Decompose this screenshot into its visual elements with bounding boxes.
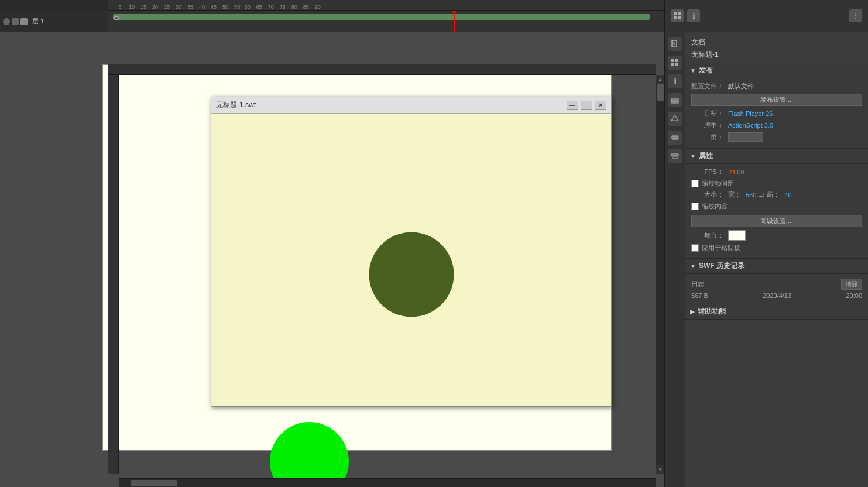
svg-rect-12 (671, 98, 678, 100)
size-swap-icon[interactable]: ⇄ (759, 191, 764, 199)
props-arrow: ▼ (690, 153, 696, 159)
svg-rect-14 (671, 102, 678, 103)
lock-icon[interactable] (3, 18, 10, 25)
swf-history-label: SWF 历史记录 (699, 261, 745, 271)
config-value: 默认文件 (728, 82, 754, 91)
bright-green-circle (270, 422, 349, 487)
advanced-settings-button[interactable]: 高级设置 ... (691, 215, 862, 227)
timeline-area: 5 10 15 20 25 30 35 40 45 50 55 60 65 70… (0, 0, 664, 32)
config-label: 配置文件： (691, 82, 723, 91)
publish-settings-button[interactable]: 发布设置 ... (691, 94, 862, 106)
track-label: 层 1 (0, 11, 108, 32)
scale-frames-checkbox[interactable] (691, 180, 699, 187)
horizontal-scroll-thumb[interactable] (131, 480, 177, 486)
target-row: 目标： Flash Player 26 (691, 109, 862, 118)
svg-rect-10 (671, 63, 674, 66)
horizontal-scrollbar[interactable] (119, 478, 656, 487)
apply-clipboard-checkbox[interactable] (691, 244, 699, 252)
info-circle-icon[interactable]: ℹ (668, 74, 682, 88)
svg-rect-20 (673, 157, 677, 159)
svg-rect-16 (671, 137, 678, 138)
swf-history-section-header[interactable]: ▼ SWF 历史记录 (685, 259, 868, 274)
svg-rect-11 (675, 63, 678, 66)
script-value: ActionScript 3.0 (728, 122, 773, 129)
props-label: 属性 (699, 151, 713, 161)
scale-content-checkbox[interactable] (691, 203, 699, 210)
layers-icon[interactable] (668, 93, 682, 107)
aux-arrow: ▶ (690, 308, 695, 315)
canvas-ruler-vertical (108, 75, 119, 474)
svg-rect-18 (673, 139, 677, 140)
svg-rect-1 (678, 12, 681, 15)
publish-section-header[interactable]: ▼ 发布 (685, 63, 868, 78)
playhead-head (451, 11, 457, 14)
timeline-ruler: 5 10 15 20 25 30 35 40 45 50 55 60 65 70… (108, 0, 664, 11)
svg-marker-15 (671, 115, 678, 121)
class-input[interactable] (728, 132, 763, 142)
props-section-header[interactable]: ▼ 属性 (685, 149, 868, 164)
doc-section-header: 文档 (685, 35, 868, 49)
publish-label: 发布 (699, 66, 713, 76)
scroll-up-button[interactable]: ▲ (656, 75, 664, 84)
outline-icon[interactable] (20, 18, 28, 25)
dots-icon[interactable]: ⋮ (849, 9, 862, 22)
canvas-area[interactable]: 无标题-1.swf — □ ✕ ▲ ▼ (0, 32, 664, 487)
svg-rect-13 (671, 100, 678, 101)
swf-close-button[interactable]: ✕ (595, 101, 606, 110)
swf-maximize-button[interactable]: □ (581, 101, 592, 110)
swf-minimize-button[interactable]: — (567, 101, 578, 110)
canvas-ruler-horizontal (108, 64, 656, 75)
doc-title-value: 无标题-1 (691, 50, 719, 59)
size-row: 大小： 宽： 550 ⇄ 高： 40 (691, 190, 862, 199)
properties-icon[interactable] (668, 131, 682, 145)
scroll-down-button[interactable]: ▼ (656, 465, 664, 474)
playhead[interactable] (454, 11, 455, 32)
swf-date-header: 日志 (691, 280, 704, 289)
transform-icon[interactable] (668, 112, 682, 126)
aux-section-header[interactable]: ▶ 辅助功能 (685, 304, 868, 320)
stage-color-swatch[interactable] (728, 230, 746, 241)
svg-rect-9 (675, 59, 678, 62)
swf-titlebar: 无标题-1.swf — □ ✕ (211, 97, 611, 114)
visibility-icon[interactable] (12, 18, 19, 25)
class-row: 类： (691, 132, 862, 142)
svg-rect-8 (671, 59, 674, 62)
swf-history-arrow: ▼ (690, 263, 696, 269)
scale-frames-label: 缩放帧间距 (702, 179, 734, 188)
grid-icon[interactable] (671, 9, 684, 22)
props-section-content: FPS： 24.00 缩放帧间距 大小： 宽： 550 ⇄ 高： 40 缩放内容… (685, 164, 868, 259)
keyframe-dot (114, 16, 119, 20)
scale-frames-row: 缩放帧间距 (691, 179, 862, 188)
align-icon[interactable] (668, 149, 682, 163)
apply-clipboard-row: 应用于粘贴板 (691, 244, 862, 252)
config-row: 配置文件： 默认文件 (691, 82, 862, 91)
track-content[interactable] (108, 11, 664, 32)
swf-window-buttons: — □ ✕ (567, 101, 606, 110)
document-icon[interactable] (668, 37, 682, 51)
svg-rect-0 (674, 12, 677, 15)
timeline-track-row: 层 1 (0, 11, 664, 32)
vertical-scrollbar[interactable] (656, 75, 664, 474)
svg-rect-3 (678, 16, 681, 19)
swf-history-content: 日志 清除 567 B 2020/4/13 20:00 (685, 274, 868, 304)
size-label: 大小： (691, 190, 723, 199)
stage-label: 舞台： (691, 231, 723, 240)
swf-history-entry: 567 B 2020/4/13 20:00 (691, 291, 862, 300)
swf-preview-window[interactable]: 无标题-1.swf — □ ✕ (211, 97, 612, 407)
scale-content-row: 缩放内容 (691, 202, 862, 211)
apply-clipboard-label: 应用于粘贴板 (702, 244, 740, 252)
width-value: 550 (746, 191, 756, 198)
swf-history-header-row: 日志 清除 (691, 277, 862, 291)
width-label: 宽： (728, 190, 741, 199)
fps-value: 24.00 (728, 169, 745, 176)
clear-history-button[interactable]: 清除 (841, 279, 862, 290)
target-value: Flash Player 26 (728, 110, 773, 117)
svg-rect-17 (673, 135, 677, 136)
info-icon[interactable]: ℹ (687, 9, 700, 22)
height-label: 高： (767, 190, 780, 199)
height-value: 40 (784, 191, 791, 198)
right-panel-top: ℹ ⋮ (665, 0, 868, 32)
doc-label: 文档 (691, 37, 705, 47)
grid-view-icon[interactable] (668, 56, 682, 70)
track-controls (3, 18, 28, 25)
